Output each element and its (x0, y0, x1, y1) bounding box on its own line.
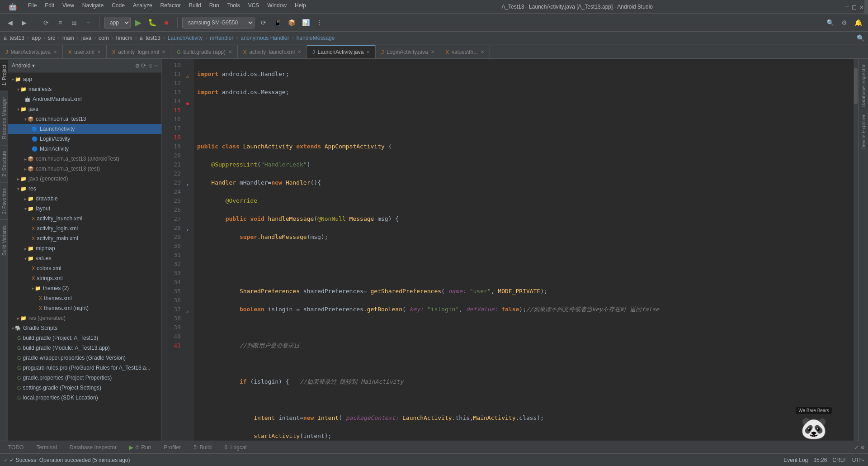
tree-item-manifests[interactable]: ▾ 📁 manifests (8, 84, 161, 94)
tree-item-launch-activity[interactable]: 🔵 LaunchActivity (8, 124, 161, 134)
menu-file[interactable]: File (24, 1, 40, 12)
panel-label-build-variants[interactable]: Build Variants (0, 219, 8, 261)
tree-item-gradle-wrapper[interactable]: G gradle-wrapper.properties (Gradle Vers… (8, 353, 161, 363)
nav-mHandler[interactable]: mHandler (210, 35, 233, 41)
tree-item-main-activity[interactable]: 🔵 MainActivity (8, 144, 161, 154)
tree-item-android-manifest[interactable]: 🤖 AndroidManifest.xml (8, 94, 161, 104)
tab-close-launch-activity[interactable]: ✕ (366, 50, 370, 55)
tree-item-themes-xml[interactable]: X themes.xml (8, 293, 161, 303)
tree-item-activity-login-xml[interactable]: X activity_login.xml (8, 223, 161, 233)
tab-close-activity-launch[interactable]: ✕ (297, 49, 301, 54)
tree-item-themes-xml-night[interactable]: X themes.xml (night) (8, 303, 161, 313)
menu-window[interactable]: Window (264, 1, 290, 12)
nav-hnucm[interactable]: hnucm (116, 35, 132, 41)
code-content[interactable]: import android.os.Handler; import androi… (193, 59, 854, 441)
tree-item-activity-launch-xml[interactable]: X activity_launch.xml (8, 214, 161, 223)
event-log-link[interactable]: Event Log (783, 457, 808, 463)
avd-btn[interactable]: 📱 (271, 16, 284, 29)
tree-item-java[interactable]: ▾ 📁 java (8, 104, 161, 114)
panel-label-resource-manager[interactable]: Resource Manager (0, 91, 8, 145)
nav-src[interactable]: src (48, 35, 55, 41)
bottom-expand-icon[interactable]: ⤢ (854, 444, 859, 451)
tab-close-login-activity[interactable]: ✕ (431, 49, 434, 54)
nav-a_test13-pkg[interactable]: a_test13 (140, 35, 160, 41)
notifications-btn[interactable]: 🔔 (852, 16, 864, 29)
bottom-tab-profiler[interactable]: Profiler (159, 442, 185, 453)
menu-view[interactable]: View (59, 1, 78, 12)
tab-build-gradle[interactable]: G build.gradle (app) ✕ (171, 45, 238, 58)
tree-item-res-generated[interactable]: ▸ 📁 res (generated) (8, 313, 161, 323)
menu-edit[interactable]: Edit (41, 1, 58, 12)
sync-project-btn[interactable]: ⟳ (257, 16, 270, 29)
panel-label-project[interactable]: 1: Project (0, 59, 8, 91)
nav-a_test13[interactable]: a_test13 (4, 35, 24, 41)
nav-search-btn[interactable]: 🔍 (857, 34, 864, 42)
panel-label-structure[interactable]: Z: Structure (0, 145, 8, 182)
panel-icon-sync[interactable]: ⟳ (141, 62, 146, 69)
tree-item-app[interactable]: ▾ 📁 app (8, 74, 161, 84)
vertical-scrollbar[interactable] (854, 59, 858, 441)
menu-tools[interactable]: Tools (224, 1, 244, 12)
panel-icon-expand[interactable]: ≡ (148, 62, 152, 69)
tab-close-user-xml[interactable]: ✕ (97, 49, 101, 54)
right-tab-database[interactable]: Database Inspector (859, 61, 868, 111)
tree-item-activity-main-xml[interactable]: X activity_main.xml (8, 233, 161, 243)
gutter-18[interactable]: ● (184, 99, 191, 108)
tree-item-java-generated[interactable]: ▸ 📁 java (generated) (8, 174, 161, 184)
tree-item-mipmap[interactable]: ▸ 📁 mipmap (8, 243, 161, 253)
gutter-27[interactable]: ▾ (184, 180, 191, 189)
tab-launch-activity[interactable]: J LaunchActivity.java ✕ (307, 45, 376, 58)
tree-item-android-test[interactable]: ▸ 📦 com.hnucm.a_test13 (androidTest) (8, 154, 161, 164)
tab-main-activity[interactable]: J MainActivity.java ✕ (0, 45, 63, 58)
code-container[interactable]: 10 11 12 13 14 15 16 17 18 19 20 21 22 2… (162, 59, 858, 441)
debug-button[interactable]: 🐛 (146, 16, 159, 29)
profile-btn[interactable]: 📊 (299, 16, 312, 29)
menu-help[interactable]: Help (291, 1, 310, 12)
run-button[interactable]: ▶ (132, 16, 145, 29)
tree-item-local-properties[interactable]: G local.properties (SDK Location) (8, 393, 161, 403)
gutter-14[interactable] (184, 62, 191, 71)
toolbar-structure-btn[interactable]: ⊞ (68, 16, 80, 29)
tab-activity-launch-xml[interactable]: X activity_launch.xml ✕ (238, 45, 307, 58)
bottom-tab-terminal[interactable]: Terminal (32, 442, 61, 453)
nav-anonymous-handler[interactable]: anonymous Handler (241, 35, 289, 41)
tree-item-strings-xml[interactable]: X strings.xml (8, 273, 161, 283)
sdk-mgr-btn[interactable]: 📦 (285, 16, 298, 29)
close-button[interactable]: ✕ (860, 3, 863, 10)
nav-launch-activity[interactable]: LaunchActivity (168, 35, 203, 41)
menu-run[interactable]: Run (206, 1, 223, 12)
toolbar-sync-btn[interactable]: ⟳ (40, 16, 52, 29)
tree-item-res[interactable]: ▾ 📁 res (8, 184, 161, 194)
bottom-tab-db-inspector[interactable]: Database Inspector (65, 442, 121, 453)
minimize-button[interactable]: ─ (845, 3, 849, 10)
tree-item-layout[interactable]: ▾ 📁 layout (8, 204, 161, 214)
menu-code[interactable]: Code (108, 1, 128, 12)
gutter-32[interactable]: ▾ (184, 225, 191, 234)
tree-item-settings-gradle[interactable]: G settings.gradle (Project Settings) (8, 383, 161, 393)
menu-analyze[interactable]: Analyze (129, 1, 156, 12)
toolbar-forward-btn[interactable]: ▶ (18, 16, 30, 29)
nav-handle-message[interactable]: handleMessage (297, 35, 335, 41)
search-everywhere-btn[interactable]: 🔍 (824, 16, 836, 29)
device-selector[interactable]: samsung SM-G9550 (182, 17, 255, 29)
menu-vcs[interactable]: VCS (245, 1, 263, 12)
tab-close-build-gradle[interactable]: ✕ (228, 49, 232, 54)
nav-java[interactable]: java (81, 35, 91, 41)
right-tab-device-explorer[interactable]: Device Explorer (859, 111, 868, 153)
tree-item-colors-xml[interactable]: X colors.xml (8, 263, 161, 273)
tree-item-themes[interactable]: ▾ 📁 themes (2) (8, 283, 161, 293)
menu-build[interactable]: Build (185, 1, 205, 12)
tree-item-drawable[interactable]: ▸ 📁 drawable (8, 194, 161, 204)
tab-values-th[interactable]: X values\th... ✕ (440, 45, 490, 58)
settings-btn[interactable]: ⚙ (838, 16, 850, 29)
nav-main[interactable]: main (62, 35, 74, 41)
tab-close-activity-login[interactable]: ✕ (162, 49, 165, 54)
scrollbar-thumb[interactable] (854, 68, 858, 104)
more-actions-btn[interactable]: ⋮ (313, 16, 326, 29)
tree-item-build-gradle-module[interactable]: G build.gradle (Module: A_Test13.app) (8, 343, 161, 353)
tab-close-main-activity[interactable]: ✕ (53, 49, 57, 54)
tab-activity-login-xml[interactable]: X activity_login.xml ✕ (107, 45, 171, 58)
panel-icon-cog[interactable]: ⚙ (136, 62, 139, 69)
tree-item-com-hnucm[interactable]: ▾ 📦 com.hnucm.a_test13 (8, 114, 161, 124)
nav-app[interactable]: app (32, 35, 41, 41)
